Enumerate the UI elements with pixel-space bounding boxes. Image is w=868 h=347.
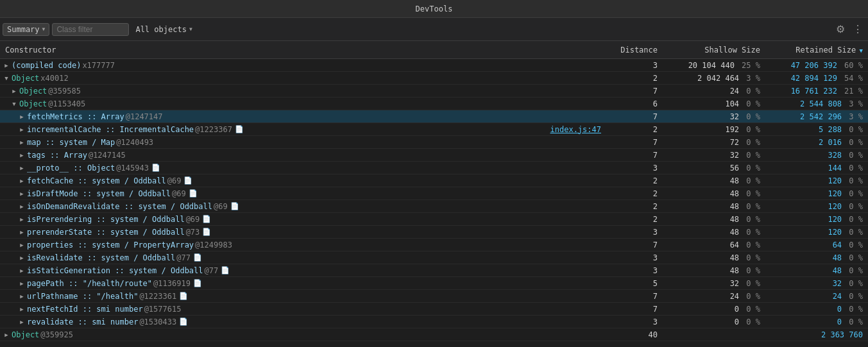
expand-icon[interactable]: ▶: [18, 228, 26, 236]
table-row[interactable]: ▶__proto__ :: Object @145943📄356 0 %144 …: [0, 162, 868, 174]
constructor-name: isDraftMode :: system / Oddball: [27, 189, 171, 198]
distance-cell: 2: [611, 189, 663, 198]
retained-size-cell: 24 0 %: [765, 292, 868, 301]
expand-icon[interactable]: ▶: [18, 267, 26, 275]
table-row[interactable]: ▶nextFetchId :: smi number @157761570 0 …: [0, 303, 868, 316]
constructor-cell: ▶__proto__ :: Object @145943📄: [0, 164, 611, 173]
expand-icon[interactable]: ▶: [18, 318, 26, 326]
table-row[interactable]: ▶incrementalCache :: IncrementalCache @1…: [0, 123, 868, 136]
expand-icon[interactable]: ▼: [10, 100, 18, 108]
constructor-cell: ▶map :: system / Map @1240493: [0, 138, 611, 147]
all-objects-dropdown[interactable]: All objects ▼: [132, 24, 196, 35]
expand-icon[interactable]: ▶: [18, 203, 26, 210]
distance-cell: 3: [611, 164, 663, 173]
expand-icon[interactable]: ▶: [18, 241, 26, 249]
summary-dropdown[interactable]: Summary ▼: [3, 23, 49, 36]
expand-icon[interactable]: ▶: [18, 280, 26, 287]
shallow-size-cell: 48 0 %: [663, 253, 765, 262]
distance-cell: 2: [611, 125, 663, 134]
class-filter-input[interactable]: [52, 23, 129, 36]
table-row[interactable]: ▶revalidate :: smi number @1530433📄30 0 …: [0, 316, 868, 328]
constructor-ref: @1223367: [195, 125, 232, 134]
table-row[interactable]: ▶map :: system / Map @1240493772 0 %2 01…: [0, 136, 868, 149]
retained-size-cell: 48 0 %: [765, 253, 868, 262]
constructor-cell: ▶(compiled code) x177777: [0, 61, 611, 70]
col-shallow-size[interactable]: Shallow Size: [663, 46, 765, 55]
constructor-name: isStaticGeneration :: system / Oddball: [27, 266, 203, 275]
retained-size-cell: 2 016 0 %: [765, 138, 868, 147]
settings-button[interactable]: ⚙: [833, 22, 847, 37]
expand-icon[interactable]: ▶: [18, 305, 26, 313]
shallow-size-cell: 48 0 %: [663, 176, 765, 185]
constructor-name: Object: [19, 87, 47, 96]
table-row[interactable]: ▶properties :: system / PropertyArray @1…: [0, 239, 868, 251]
col-constructor[interactable]: Constructor: [0, 46, 611, 55]
table-row[interactable]: ▶urlPathname :: "/health" @1223361📄724 0…: [0, 290, 868, 303]
more-button[interactable]: ⋮: [850, 22, 865, 37]
table-row[interactable]: ▶fetchMetrics :: Array @1247147732 0 %2 …: [0, 110, 868, 123]
constructor-name: pagePath :: "/health/route": [27, 279, 152, 288]
constructor-cell: ▶isStaticGeneration :: system / Oddball …: [0, 266, 611, 275]
constructor-ref: @69: [214, 202, 228, 211]
table-row[interactable]: ▶pagePath :: "/health/route" @1136919📄53…: [0, 277, 868, 290]
constructor-ref: @1530433: [139, 317, 176, 326]
expand-icon[interactable]: ▼: [3, 74, 10, 82]
expand-icon[interactable]: ▶: [18, 190, 26, 198]
distance-cell: 3: [611, 266, 663, 275]
distance-cell: 7: [611, 151, 663, 160]
constructor-cell: ▼Object @1153405: [0, 99, 611, 108]
constructor-name: __proto__ :: Object: [27, 164, 115, 173]
constructor-name: tags :: Array: [27, 151, 87, 160]
source-link[interactable]: index.js:47: [550, 125, 606, 134]
expand-icon[interactable]: ▶: [10, 87, 18, 95]
shallow-size-cell: 48 0 %: [663, 202, 765, 211]
table-row[interactable]: ▶isPrerendering :: system / Oddball @69📄…: [0, 213, 868, 226]
expand-icon[interactable]: ▶: [18, 177, 26, 185]
constructor-ref: @1223361: [139, 292, 176, 301]
shallow-size-cell: 0 0 %: [663, 317, 765, 326]
table-row[interactable]: ▶tags :: Array @1247145732 0 %328 0 %: [0, 149, 868, 162]
table-row[interactable]: ▶Object @359585724 0 %16 761 232 21 %: [0, 85, 868, 97]
expand-icon[interactable]: ▶: [18, 151, 26, 159]
distance-cell: 2: [611, 176, 663, 185]
constructor-cell: ▶incrementalCache :: IncrementalCache @1…: [0, 125, 611, 134]
shallow-size-cell: 48 0 %: [663, 266, 765, 275]
expand-icon[interactable]: ▶: [18, 216, 26, 223]
toolbar-right: ⚙ ⋮: [833, 22, 865, 37]
table-row[interactable]: ▼Object x4001222 042 464 3 %42 894 129 5…: [0, 72, 868, 85]
doc-icon: 📄: [221, 266, 230, 275]
expand-icon[interactable]: ▶: [18, 292, 26, 300]
table-row[interactable]: ▶fetchCache :: system / Oddball @69📄248 …: [0, 174, 868, 187]
constructor-name: isPrerendering :: system / Oddball: [27, 215, 185, 224]
constructor-name: isRevalidate :: system / Oddball: [27, 253, 175, 262]
expand-icon[interactable]: ▶: [3, 62, 10, 69]
shallow-size-cell: 48 0 %: [663, 228, 765, 237]
distance-cell: 3: [611, 61, 663, 70]
constructor-ref: @1136919: [153, 279, 191, 288]
expand-icon[interactable]: ▶: [18, 139, 26, 146]
table-row[interactable]: ▶isRevalidate :: system / Oddball @77📄34…: [0, 251, 868, 264]
expand-icon[interactable]: ▶: [18, 254, 26, 262]
table-row[interactable]: ▶(compiled code) x177777320 104 440 25 %…: [0, 59, 868, 72]
expand-icon[interactable]: ▶: [18, 113, 26, 121]
table-row[interactable]: ▼Object @11534056104 0 %2 544 808 3 %: [0, 97, 868, 110]
expand-icon[interactable]: ▶: [18, 164, 26, 172]
table-row[interactable]: ▶Object @359925402 363 760: [0, 328, 868, 341]
distance-cell: 2: [611, 202, 663, 211]
table-row[interactable]: ▶isDraftMode :: system / Oddball @69📄248…: [0, 187, 868, 200]
col-retained-size[interactable]: Retained Size: [765, 46, 868, 55]
shallow-size-cell: 32 0 %: [663, 279, 765, 288]
table-row[interactable]: ▶isStaticGeneration :: system / Oddball …: [0, 264, 868, 277]
distance-cell: 3: [611, 317, 663, 326]
distance-cell: 7: [611, 112, 663, 121]
constructor-name: fetchMetrics :: Array: [27, 112, 124, 121]
table-row[interactable]: ▶isOnDemandRevalidate :: system / Oddbal…: [0, 200, 868, 213]
col-distance[interactable]: Distance: [611, 46, 663, 55]
table-row[interactable]: ▶prerenderState :: system / Oddball @73📄…: [0, 226, 868, 239]
constructor-name: isOnDemandRevalidate :: system / Oddball: [27, 202, 212, 211]
constructor-name: map :: system / Map: [27, 138, 115, 147]
expand-icon[interactable]: ▶: [3, 331, 10, 339]
constructor-ref: x40012: [40, 74, 68, 83]
toolbar: Summary ▼ All objects ▼ ⚙ ⋮: [0, 18, 868, 41]
expand-icon[interactable]: ▶: [18, 126, 26, 133]
